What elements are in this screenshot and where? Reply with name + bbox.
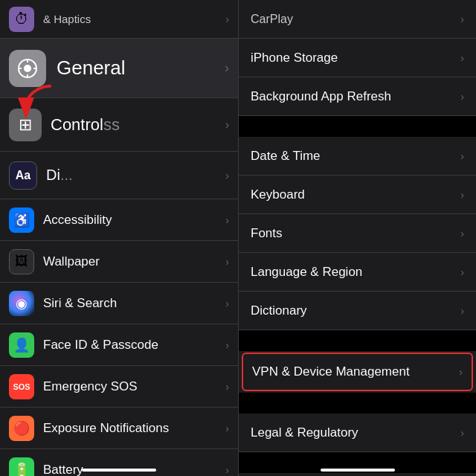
right-item-fonts[interactable]: Fonts ›	[239, 214, 476, 253]
fonts-label: Fonts	[251, 226, 460, 241]
sidebar-item-siri[interactable]: ◉ Siri & Search ›	[0, 283, 238, 324]
svg-point-2	[24, 65, 31, 72]
control-center-icon: ⊞	[9, 109, 42, 141]
right-item-dictionary[interactable]: Dictionary ›	[239, 292, 476, 330]
exposure-label: Exposure Notifications	[43, 421, 225, 436]
date-time-label: Date & Time	[251, 149, 460, 164]
home-indicator-left	[82, 469, 156, 472]
sidebar-item-exposure[interactable]: 🔴 Exposure Notifications ›	[0, 408, 238, 449]
carplay-label: CarPlay	[251, 13, 460, 26]
sidebar-item-general[interactable]: General ›	[0, 39, 238, 98]
vpn-label: VPN & Device Management	[252, 364, 459, 379]
right-item-legal[interactable]: Legal & Regulatory ›	[239, 414, 476, 452]
right-item-keyboard[interactable]: Keyboard ›	[239, 176, 476, 214]
chevron-icon: ›	[460, 52, 464, 64]
chevron-icon: ›	[460, 427, 464, 439]
sidebar-item-control[interactable]: ⊞ Controlss ›	[0, 98, 238, 152]
chevron-icon: ›	[225, 464, 229, 476]
right-item-iphone-storage[interactable]: iPhone Storage ›	[239, 39, 476, 77]
chevron-icon: ›	[225, 256, 229, 268]
keyboard-label: Keyboard	[251, 187, 460, 202]
sidebar-item-sos[interactable]: SOS Emergency SOS ›	[0, 366, 238, 408]
chevron-icon: ›	[225, 60, 229, 76]
right-item-date-time[interactable]: Date & Time ›	[239, 137, 476, 176]
legal-label: Legal & Regulatory	[251, 425, 460, 440]
chevron-icon: ›	[460, 305, 464, 317]
chevron-icon: ›	[460, 189, 464, 201]
section-divider-2	[239, 330, 476, 351]
home-indicator-right	[321, 469, 395, 472]
section-divider	[239, 116, 476, 137]
wallpaper-label: Wallpaper	[43, 254, 225, 269]
chevron-icon: ›	[225, 214, 229, 226]
screen-time-sublabel: & Haptics	[43, 13, 225, 25]
left-panel: ⏱ & Haptics ›	[0, 0, 238, 476]
right-item-vpn[interactable]: VPN & Device Management ›	[242, 353, 473, 391]
display-label: Di...	[46, 167, 225, 184]
faceid-label: Face ID & Passcode	[43, 338, 225, 353]
chevron-icon: ›	[225, 169, 229, 181]
general-icon	[9, 50, 46, 87]
chevron-icon: ›	[460, 91, 464, 103]
chevron-icon: ›	[460, 266, 464, 278]
chevron-icon: ›	[459, 366, 463, 378]
control-label: Controlss	[51, 115, 225, 135]
sidebar-item-faceid[interactable]: 👤 Face ID & Passcode ›	[0, 324, 238, 366]
chevron-icon: ›	[225, 422, 229, 434]
right-panel: CarPlay › iPhone Storage › Background Ap…	[238, 0, 476, 476]
screen-time-icon: ⏱	[9, 7, 34, 32]
section-divider-3	[239, 393, 476, 414]
exposure-icon: 🔴	[9, 416, 34, 441]
right-item-bg-refresh[interactable]: Background App Refresh ›	[239, 77, 476, 116]
accessibility-label: Accessibility	[43, 213, 225, 228]
siri-label: Siri & Search	[43, 296, 225, 311]
sos-label: Emergency SOS	[43, 379, 225, 394]
siri-icon: ◉	[9, 291, 34, 316]
chevron-icon: ›	[460, 228, 464, 239]
iphone-storage-label: iPhone Storage	[251, 51, 460, 65]
general-label: General	[57, 57, 225, 80]
right-item-transfer[interactable]: Transfer or Reset iPhone ›	[239, 473, 476, 476]
sidebar-item-battery[interactable]: 🔋 Battery ›	[0, 449, 238, 476]
display-icon: Aa	[9, 161, 37, 190]
battery-icon: 🔋	[9, 457, 34, 477]
dictionary-label: Dictionary	[251, 303, 460, 318]
chevron-icon: ›	[225, 381, 229, 393]
right-item-language[interactable]: Language & Region ›	[239, 253, 476, 292]
sidebar-item-wallpaper[interactable]: 🖼 Wallpaper ›	[0, 241, 238, 283]
right-item-carplay[interactable]: CarPlay ›	[239, 0, 476, 39]
faceid-icon: 👤	[9, 332, 34, 358]
accessibility-icon: ♿	[9, 208, 34, 233]
chevron-icon: ›	[225, 118, 229, 132]
sidebar-item-accessibility[interactable]: ♿ Accessibility ›	[0, 199, 238, 241]
chevron-icon: ›	[225, 13, 229, 25]
chevron-icon: ›	[225, 298, 229, 309]
sos-icon: SOS	[9, 374, 34, 399]
language-label: Language & Region	[251, 265, 460, 280]
sidebar-item-display[interactable]: Aa Di... ›	[0, 152, 238, 199]
wallpaper-icon: 🖼	[9, 249, 34, 274]
chevron-icon: ›	[460, 150, 464, 162]
chevron-icon: ›	[460, 13, 464, 25]
bg-refresh-label: Background App Refresh	[251, 89, 460, 104]
sidebar-item-screen-time[interactable]: ⏱ & Haptics ›	[0, 0, 238, 39]
chevron-icon: ›	[225, 339, 229, 351]
